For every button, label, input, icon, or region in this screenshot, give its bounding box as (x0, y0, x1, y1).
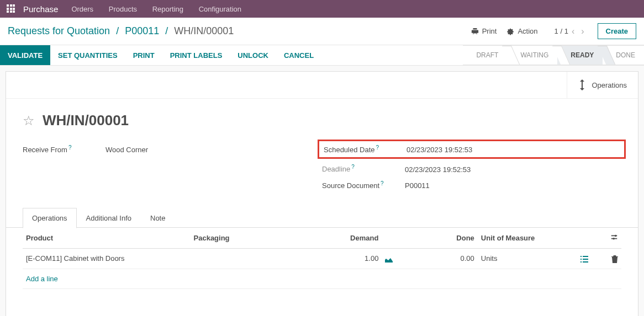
scheduled-date-value[interactable]: 02/23/2023 19:52:53 (407, 146, 472, 154)
print-icon (471, 28, 479, 35)
add-line-button[interactable]: Add a line (26, 275, 58, 283)
nav-orders[interactable]: Orders (71, 5, 93, 13)
col-packaging[interactable]: Packaging (191, 228, 298, 249)
cell-delete[interactable] (592, 248, 621, 269)
cell-product[interactable]: [E-COM11] Cabinet with Doors (23, 248, 191, 269)
top-nav: Orders Products Reporting Configuration (71, 5, 255, 13)
print-labels-button[interactable]: PRINT LABELS (162, 45, 230, 65)
breadcrumb-item[interactable]: P00011 (125, 25, 159, 36)
pager-prev[interactable]: ‹ (572, 26, 574, 36)
tab-operations[interactable]: Operations (23, 208, 77, 228)
col-done[interactable]: Done (406, 228, 478, 249)
svg-point-1 (613, 238, 615, 240)
tab-additional-info[interactable]: Additional Info (77, 208, 141, 228)
operations-table: Product Packaging Demand Done Unit of Me… (23, 228, 621, 316)
table-row[interactable]: [E-COM11] Cabinet with Doors 1.00 0.00 U… (23, 248, 621, 269)
apps-icon[interactable] (7, 4, 15, 13)
deadline-label: Deadline? (322, 164, 405, 173)
gear-icon (506, 28, 514, 35)
print-action-button[interactable]: PRINT (125, 45, 162, 65)
favorite-star-icon[interactable]: ☆ (23, 113, 35, 128)
nav-reporting[interactable]: Reporting (152, 5, 183, 13)
col-uom[interactable]: Unit of Measure (478, 228, 562, 249)
sliders-icon (610, 233, 618, 241)
document-title: WH/IN/00001 (43, 112, 129, 129)
breadcrumb-item[interactable]: Requests for Quotation (8, 25, 110, 36)
svg-point-0 (615, 235, 617, 237)
list-icon (580, 256, 588, 263)
transfer-icon (578, 79, 586, 90)
create-button[interactable]: Create (598, 23, 636, 39)
pager-text: 1 / 1 (555, 27, 568, 35)
scheduled-date-label: Scheduled Date? (324, 144, 407, 154)
deadline-value: 02/23/2023 19:52:53 (405, 165, 471, 174)
cell-uom[interactable]: Units (478, 248, 562, 269)
validate-button[interactable]: VALIDATE (0, 45, 50, 65)
forecast-icon (385, 256, 393, 263)
operations-stat-button[interactable]: Operations (567, 72, 638, 98)
source-document-label: Source Document? (322, 180, 405, 190)
cell-forecast[interactable] (382, 248, 405, 269)
cell-packaging[interactable] (191, 248, 298, 269)
set-quantities-button[interactable]: SET QUANTITIES (50, 45, 125, 65)
breadcrumb-current: WH/IN/00001 (174, 25, 234, 36)
pager: 1 / 1 ‹ › (555, 26, 588, 36)
tab-note[interactable]: Note (141, 208, 175, 228)
nav-products[interactable]: Products (109, 5, 137, 13)
app-brand: Purchase (23, 4, 58, 14)
trash-icon (611, 255, 618, 263)
col-settings[interactable] (592, 228, 621, 249)
action-button[interactable]: Action (506, 27, 537, 35)
cancel-button[interactable]: CANCEL (276, 45, 321, 65)
unlock-button[interactable]: UNLOCK (230, 45, 276, 65)
status-draft[interactable]: DRAFT (463, 45, 507, 65)
receive-from-value[interactable]: Wood Corner (105, 146, 148, 154)
breadcrumb: Requests for Quotation / P00011 / WH/IN/… (8, 25, 461, 37)
print-button[interactable]: Print (471, 27, 497, 35)
nav-configuration[interactable]: Configuration (199, 5, 241, 13)
col-product[interactable]: Product (23, 228, 191, 249)
cell-details[interactable] (562, 248, 592, 269)
receive-from-label: Receive From? (23, 144, 105, 154)
status-bar: DRAFT WAITING READY DONE (463, 45, 644, 65)
pager-next[interactable]: › (581, 26, 584, 36)
table-row-add: Add a line (23, 269, 621, 288)
source-document-value[interactable]: P00011 (405, 181, 430, 190)
cell-demand[interactable]: 1.00 (298, 248, 382, 269)
col-demand[interactable]: Demand (298, 228, 382, 249)
cell-done[interactable]: 0.00 (406, 248, 478, 269)
